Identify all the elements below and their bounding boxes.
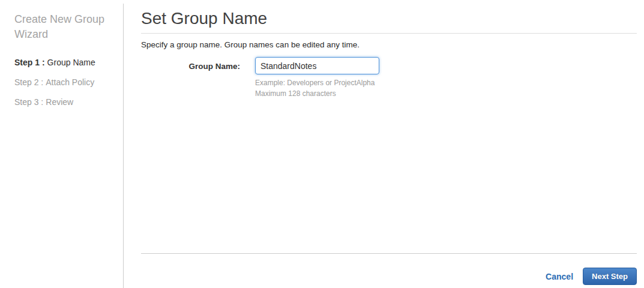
wizard-step-number: Step 3 :: [14, 97, 43, 107]
page-title: Set Group Name: [141, 9, 637, 28]
group-name-label: Group Name:: [141, 57, 240, 99]
group-name-form-row: Group Name: Example: Developers or Proje…: [141, 57, 637, 99]
wizard-step-number: Step 1 :: [14, 58, 45, 67]
wizard-step-group-name: Step 1 :Group Name: [14, 58, 113, 67]
cancel-link[interactable]: Cancel: [546, 272, 573, 281]
wizard-step-review: Step 3 :Review: [14, 98, 113, 106]
group-name-input[interactable]: [255, 57, 379, 74]
next-step-button[interactable]: Next Step: [583, 268, 637, 285]
footer-actions: Cancel Next Step: [546, 268, 637, 285]
wizard-step-attach-policy: Step 2 :Attach Policy: [14, 78, 113, 86]
page-description: Specify a group name. Group names can be…: [141, 40, 637, 49]
group-name-max-hint: Maximum 128 characters: [255, 88, 379, 99]
sidebar-divider: [123, 4, 124, 288]
content-panel: Set Group Name Specify a group name. Gro…: [141, 0, 637, 99]
group-name-field: Example: Developers or ProjectAlpha Maxi…: [255, 57, 379, 99]
group-name-example-hint: Example: Developers or ProjectAlpha: [255, 77, 379, 88]
footer-divider: [141, 253, 637, 254]
title-divider: [141, 33, 637, 34]
wizard-step-label: Review: [46, 97, 73, 107]
wizard-step-number: Step 2 :: [14, 77, 43, 87]
wizard-title: Create New Group Wizard: [14, 12, 109, 42]
wizard-sidebar: Create New Group Wizard Step 1 :Group Na…: [0, 0, 123, 288]
wizard-steps: Step 1 :Group Name Step 2 :Attach Policy…: [14, 58, 113, 106]
wizard-step-label: Group Name: [47, 58, 95, 67]
wizard-step-label: Attach Policy: [46, 77, 94, 87]
